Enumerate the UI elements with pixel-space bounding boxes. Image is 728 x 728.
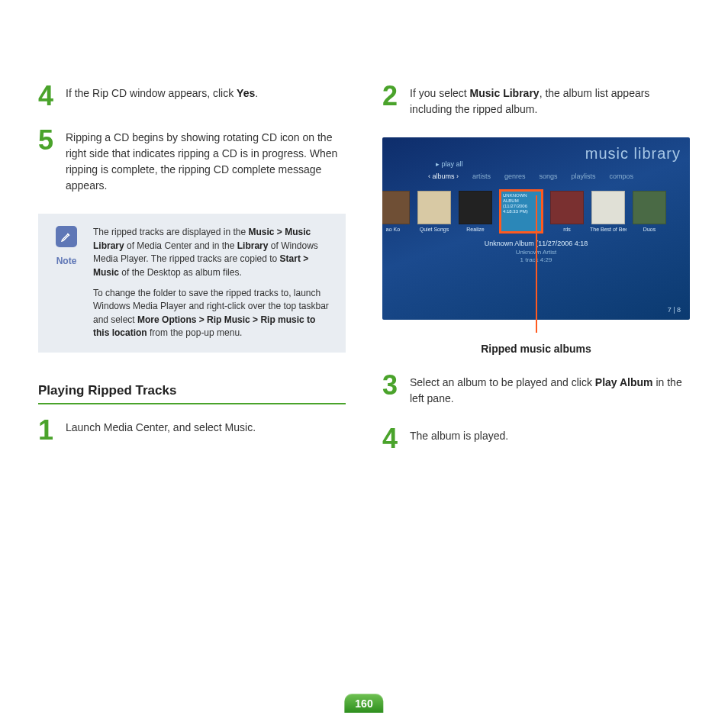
step-text: The album is played. [410, 427, 690, 444]
step-1-left: 1 Launch Media Center, and select Music. [38, 418, 346, 443]
tab-playlists: playlists [572, 172, 596, 180]
text: The ripped tracks are displayed in the [93, 227, 248, 237]
selected-title: Unknown Album (11/27/2006 4:18 [382, 240, 690, 249]
tab-songs: songs [540, 172, 558, 180]
selected-album-info: Unknown Album (11/27/2006 4:18 Unknown A… [382, 240, 690, 264]
step-number: 4 [38, 84, 58, 108]
note-paragraph: To change the folder to save the ripped … [93, 287, 333, 340]
selected-artist: Unknown Artist [382, 249, 690, 256]
album-item: Duos [631, 191, 668, 233]
step-number: 2 [382, 84, 402, 108]
album-item: Realize [457, 191, 494, 233]
selected-tracks: 1 track 4:29 [382, 256, 690, 264]
step-2-right: 2 If you select Music Library, the album… [382, 84, 690, 118]
step-5-left: 5 Ripping a CD begins by showing rotatin… [38, 128, 346, 194]
album-cover-highlighted: UNKNOWN ALBUM (11/27/2006 4:18:33 PM) [501, 191, 542, 232]
play-all-menu: ▸ play all [436, 160, 463, 168]
album-label: Duos [631, 227, 668, 233]
figure-caption: Ripped music albums [382, 343, 690, 355]
note-left: Note [50, 226, 82, 340]
album-cover [591, 191, 625, 224]
bold: Library [237, 240, 269, 251]
text: If you select [410, 87, 470, 99]
note-body: The ripped tracks are displayed in the M… [93, 226, 333, 340]
page-number-badge: 160 [344, 694, 383, 713]
text: . [255, 87, 258, 99]
album-label: rds [549, 227, 585, 233]
bold: Music Library [470, 87, 540, 99]
album-label: ao Ko [382, 227, 411, 233]
album-cover [459, 191, 492, 224]
album-item-highlighted: UNKNOWN ALBUM (11/27/2006 4:18:33 PM) [498, 191, 544, 232]
text: from the pop-up menu. [147, 327, 243, 338]
step-4-left: 4 If the Rip CD window appears, click Ye… [38, 84, 346, 108]
text: of the Desktop as album files. [119, 267, 242, 278]
album-item: The Best of Beethoven [590, 191, 627, 233]
step-3-right: 3 Select an album to be played and click… [382, 373, 690, 407]
album-item: rds [549, 191, 585, 233]
note-label: Note [56, 255, 77, 268]
category-tabs: ‹ albums › artists genres songs playlist… [428, 172, 684, 180]
screenshot-figure: music library ▸ play all ‹ albums › arti… [382, 137, 690, 320]
left-column: 4 If the Rip CD window appears, click Ye… [38, 84, 346, 472]
album-label: Realize [457, 227, 494, 233]
step-text: Ripping a CD begins by showing rotating … [66, 128, 346, 194]
pencil-icon [56, 226, 77, 247]
step-number: 3 [382, 373, 402, 398]
step-text: If the Rip CD window appears, click Yes. [66, 84, 346, 101]
album-cover [417, 191, 451, 224]
bold: Yes [237, 87, 255, 99]
album-strip: ao Ko Quiet Songs Realize UNKNOWN ALBUM … [382, 191, 690, 233]
step-text: Launch Media Center, and select Music. [66, 418, 346, 436]
album-item: ao Ko [382, 191, 411, 233]
text: If the Rip CD window appears, click [66, 87, 237, 99]
tab-artists: artists [472, 172, 491, 180]
album-cover [550, 191, 584, 224]
bold: Play Album [595, 376, 653, 388]
text: of Media Center and in the [124, 240, 237, 251]
album-cover [382, 191, 410, 224]
media-center-screen: music library ▸ play all ‹ albums › arti… [382, 137, 690, 320]
tab-composers: compos [610, 172, 634, 180]
step-number: 4 [382, 427, 402, 451]
step-number: 5 [38, 128, 58, 153]
album-label: Quiet Songs [416, 227, 453, 233]
section-title: Playing Ripped Tracks [38, 383, 346, 404]
tab-albums: ‹ albums › [428, 172, 459, 180]
step-4-right: 4 The album is played. [382, 427, 690, 451]
album-label: The Best of Beethoven [590, 227, 627, 233]
step-number: 1 [38, 418, 58, 443]
step-text: If you select Music Library, the album l… [410, 84, 690, 118]
figure-wrap: music library ▸ play all ‹ albums › arti… [382, 137, 690, 355]
text: Select an album to be played and click [410, 376, 595, 388]
album-item: Quiet Songs [416, 191, 453, 233]
note-paragraph: The ripped tracks are displayed in the M… [93, 226, 333, 279]
page-counter: 7 | 8 [668, 306, 681, 314]
step-text: Select an album to be played and click P… [410, 373, 690, 407]
page-body: 4 If the Rip CD window appears, click Ye… [0, 0, 728, 472]
tab-genres: genres [504, 172, 526, 180]
album-cover [633, 191, 666, 224]
note-box: Note The ripped tracks are displayed in … [38, 214, 346, 352]
right-column: 2 If you select Music Library, the album… [382, 84, 690, 472]
screen-title: music library [585, 145, 681, 163]
